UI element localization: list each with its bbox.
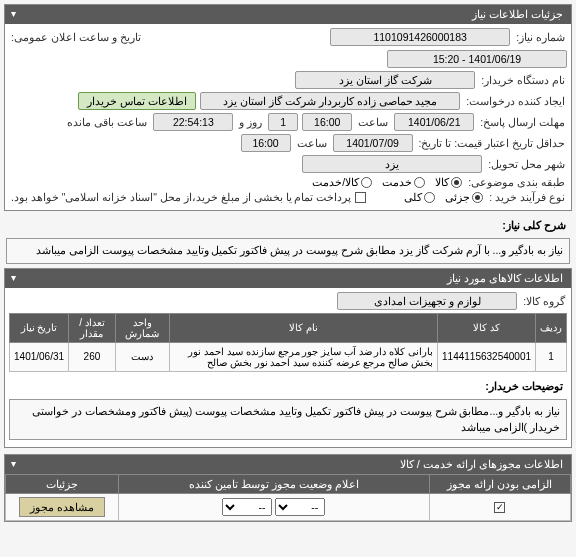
group-value: لوازم و تجهیزات امدادی [337,292,517,310]
purchase-note: پرداخت تمام یا بخشی از مبلغ خرید،از محل … [9,191,353,203]
checkbox-icon [355,192,366,203]
auth-table: الزامی بودن ارائه مجوز اعلام وضعیت مجوز … [5,474,571,521]
radio-service-label: خدمت [382,176,412,188]
status-select[interactable]: -- [275,498,325,516]
col-unit: واحد شمارش [115,313,169,342]
table-row[interactable]: 1 1144115632540001 بارانی کلاه دار ضد آب… [10,342,567,371]
auth-panel: اطلاعات مجوزهای ارائه خدمت / کالا ▾ الزا… [4,454,572,522]
deliver-city-value: یزد [302,155,482,173]
radio-commodity[interactable]: کالا [435,176,462,188]
radio-commodity-label: کالا [435,176,449,188]
view-auth-button[interactable]: مشاهده مجوز [19,497,105,517]
summary-title: شرح کلی نیاز: [498,217,570,234]
remain-label: ساعت باقی مانده [65,116,149,128]
announce-date-label: تاریخ و ساعت اعلان عمومی: [9,31,143,43]
valid-label: حداقل تاریخ اعتبار قیمت: تا تاریخ: [417,137,567,149]
announce-date-value: 1401/06/19 - 15:20 [387,50,567,68]
status-select-2[interactable]: -- [222,498,272,516]
buyer-notes-text: نیاز به بادگیر و...مطابق شرح پیوست در پی… [9,399,567,441]
need-details-panel: جزئیات اطلاعات نیاز ▾ شماره نیاز: 110109… [4,4,572,211]
radio-service[interactable]: خدمت [382,176,425,188]
need-no-value: 1101091426000183 [330,28,510,46]
cell-unit: دست [115,342,169,371]
valid-time-value: 16:00 [241,134,291,152]
goods-panel: اطلاعات کالاهای مورد نیاز ▾ گروه کالا: ل… [4,268,572,449]
col-details: جزئیات [6,475,119,494]
col-date: تاریخ نیاز [10,313,69,342]
col-status: اعلام وضعیت مجوز توسط تامین کننده [119,475,430,494]
radio-both-label: کالا/خدمت [312,176,359,188]
day-value: 1 [268,113,298,131]
buyer-notes-label: توضیحات خریدار: [481,378,567,395]
cell-name: بارانی کلاه دار ضد آب سایز جور مرجع سازن… [170,342,438,371]
deadline-time-value: 16:00 [302,113,352,131]
required-checkbox-icon [494,502,505,513]
collapse-icon[interactable]: ▾ [11,272,16,283]
day-label: روز و [237,116,264,128]
col-required: الزامی بودن ارائه مجوز [429,475,570,494]
radio-dot-icon [451,177,462,188]
col-row: ردیف [536,313,567,342]
cell-code: 1144115632540001 [438,342,536,371]
col-name: نام کالا [170,313,438,342]
radio-dot-icon [424,192,435,203]
radio-dot-icon [414,177,425,188]
radio-dot-icon [361,177,372,188]
deadline-date-value: 1401/06/21 [394,113,474,131]
requester-label: ایجاد کننده درخواست: [464,95,567,107]
remain-time-value: 22:54:13 [153,113,233,131]
panel-title: جزئیات اطلاعات نیاز [472,8,563,20]
col-code: کد کالا [438,313,536,342]
treasury-checkbox[interactable]: پرداخت تمام یا بخشی از مبلغ خرید،از محل … [9,191,366,203]
time-label-2: ساعت [295,137,329,149]
radio-full-label: کلی [404,191,422,203]
cell-date: 1401/06/31 [10,342,69,371]
purchase-type-group: جزئی کلی [404,191,483,203]
requester-value: مجید حماصی زاده کاربردار شرکت گاز استان … [200,92,460,110]
valid-date-value: 1401/07/09 [333,134,413,152]
group-label: گروه کالا: [521,295,567,307]
cell-row: 1 [536,342,567,371]
panel-title: اطلاعات کالاهای مورد نیاز [447,272,563,284]
radio-partial-label: جزئی [445,191,470,203]
panel-header-goods[interactable]: اطلاعات کالاهای مورد نیاز ▾ [5,269,571,288]
category-radio-group: کالا خدمت کالا/خدمت [312,176,462,188]
radio-both[interactable]: کالا/خدمت [312,176,372,188]
collapse-icon[interactable]: ▾ [11,458,16,469]
contact-buyer-button[interactable]: اطلاعات تماس خریدار [78,92,196,110]
col-qty: تعداد / مقدار [69,313,116,342]
radio-dot-icon [472,192,483,203]
deliver-city-label: شهر محل تحویل: [486,158,567,170]
cell-required [429,494,570,521]
table-row: -- -- مشاهده مجوز [6,494,571,521]
cell-qty: 260 [69,342,116,371]
goods-table: ردیف کد کالا نام کالا واحد شمارش تعداد /… [9,313,567,372]
panel-title: اطلاعات مجوزهای ارائه خدمت / کالا [400,458,563,470]
purchase-type-label: نوع فرآیند خرید : [487,191,567,203]
buyer-label: نام دستگاه خریدار: [479,74,567,86]
deadline-label: مهلت ارسال پاسخ: [478,116,567,128]
category-label: طبقه بندی موضوعی: [466,176,567,188]
summary-text: نیاز به بادگیر و... با آرم شرکت گاز یزد … [6,238,570,264]
cell-details: مشاهده مجوز [6,494,119,521]
radio-full[interactable]: کلی [404,191,435,203]
collapse-icon[interactable]: ▾ [11,8,16,19]
buyer-value: شرکت گاز استان یزد [295,71,475,89]
need-no-label: شماره نیاز: [514,31,567,43]
cell-status: -- -- [119,494,430,521]
panel-header-auth[interactable]: اطلاعات مجوزهای ارائه خدمت / کالا ▾ [5,455,571,474]
panel-header-details[interactable]: جزئیات اطلاعات نیاز ▾ [5,5,571,24]
radio-partial[interactable]: جزئی [445,191,483,203]
time-label-1: ساعت [356,116,390,128]
